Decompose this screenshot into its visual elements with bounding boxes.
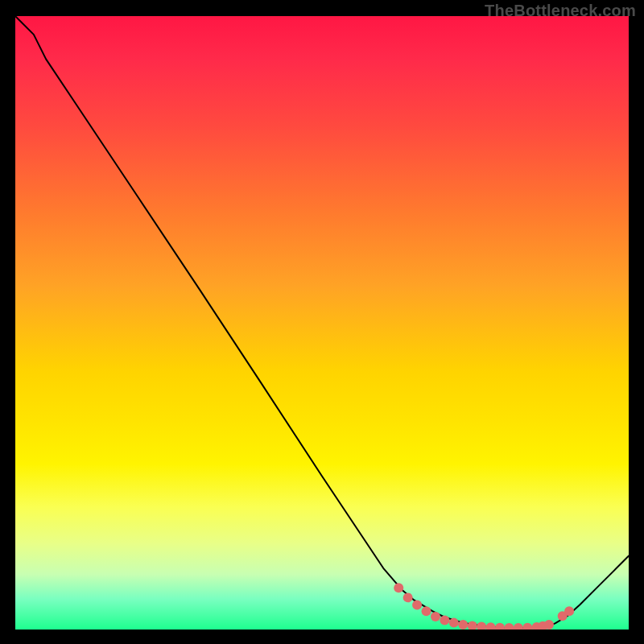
data-point — [458, 620, 468, 630]
data-point — [422, 606, 431, 616]
data-points-group — [394, 583, 574, 630]
data-point — [440, 616, 449, 625]
data-point — [544, 620, 554, 630]
data-point — [504, 623, 514, 630]
data-point — [431, 612, 440, 621]
data-point — [468, 621, 477, 630]
stage: TheBottleneck.com — [0, 0, 644, 644]
data-point — [522, 623, 532, 630]
data-point — [477, 622, 486, 630]
data-point — [486, 622, 496, 630]
data-point — [449, 618, 459, 628]
plot-area — [15, 16, 629, 630]
data-point — [403, 592, 413, 602]
data-point — [564, 606, 574, 616]
data-point — [514, 623, 523, 630]
data-point — [394, 583, 403, 592]
data-point — [495, 623, 505, 630]
curve-line — [15, 16, 629, 628]
data-point — [412, 601, 422, 610]
chart-svg — [15, 16, 629, 630]
